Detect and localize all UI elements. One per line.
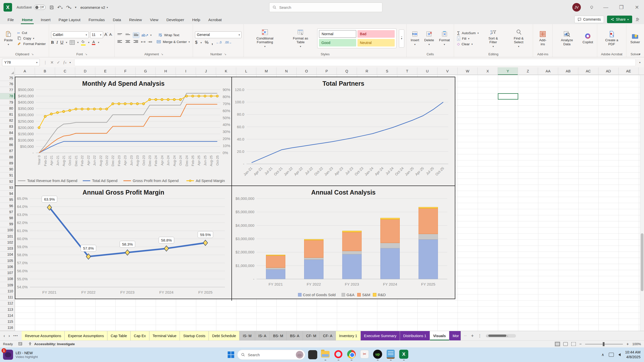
row-header-96[interactable]: 96 <box>0 203 15 209</box>
chart-total-partners[interactable]: Total Partners-20.040.060.080.0100.0120.… <box>232 77 455 186</box>
new-sheet-button[interactable]: + <box>471 333 474 339</box>
sheet-tab-expense-assumptions[interactable]: Expense Assumptions <box>65 331 107 340</box>
delete-cells-button[interactable]: Delete▾ <box>422 30 436 46</box>
row-header-79[interactable]: 79 <box>0 99 15 105</box>
person-add-icon[interactable] <box>635 17 639 22</box>
percent-style-button[interactable]: % <box>205 40 209 45</box>
column-header-F[interactable]: F <box>115 67 136 75</box>
autosum-button[interactable]: ∑AutoSum ▾ <box>456 30 480 35</box>
hscroll-left-icon[interactable]: ‹ <box>487 334 488 337</box>
delete-dropdown-icon[interactable]: ▾ <box>428 43 430 46</box>
sheet-tab-cap-table[interactable]: Cap Table <box>107 331 131 340</box>
merge-dropdown-icon[interactable]: ▾ <box>188 40 190 43</box>
styles-gallery-more-button[interactable]: ▾ <box>399 29 405 48</box>
sort-dropdown-icon[interactable]: ▾ <box>493 45 494 48</box>
copilot-button[interactable]: Copilot <box>580 32 595 45</box>
snipping-tool-icon[interactable]: ✂ <box>359 349 370 359</box>
row-header-89[interactable]: 89 <box>0 160 15 166</box>
decrease-decimal-button[interactable]: .00→ <box>225 41 232 44</box>
active-cell[interactable] <box>498 93 518 100</box>
middle-align-button[interactable] <box>125 33 131 38</box>
orientation-button[interactable]: ab↗ <box>141 33 148 37</box>
row-header-107[interactable]: 107 <box>0 270 15 276</box>
taskbar-search[interactable]: Search <box>237 350 305 360</box>
autosum-dropdown-icon[interactable]: ▾ <box>477 32 479 34</box>
merge-center-button[interactable]: Merge & Center ▾ <box>156 39 191 44</box>
confirm-entry-icon[interactable]: ✓ <box>57 60 60 65</box>
format-painter-button[interactable]: Format Painter <box>16 41 47 46</box>
style-bad[interactable]: Bad <box>357 30 395 38</box>
column-header-Q[interactable]: Q <box>337 67 357 75</box>
redo-dropdown-icon[interactable]: ▾ <box>70 7 71 10</box>
row-header-97[interactable]: 97 <box>0 209 15 215</box>
sheet-tab-visuals[interactable]: Visuals <box>430 331 450 340</box>
row-header-87[interactable]: 87 <box>0 148 15 154</box>
chart-monthly-ad-spend[interactable]: Monthly Ad Spend Analysis-$50,000$100,00… <box>15 77 232 186</box>
analyze-data-button[interactable]: Analyze Data <box>555 30 579 47</box>
row-header-99[interactable]: 99 <box>0 221 15 227</box>
font-color-button[interactable]: A <box>92 40 95 45</box>
grow-font-button[interactable]: Aˆ <box>104 32 108 37</box>
sheet-tab-distributions-1[interactable]: Distributions 1 <box>400 331 430 340</box>
document-title[interactable]: ecommerce v2▾ <box>80 5 108 10</box>
page-layout-view-button[interactable] <box>563 342 568 346</box>
tab-options-icon[interactable]: ⋮ <box>478 333 482 338</box>
vertical-scrollbar[interactable] <box>640 75 644 331</box>
chart-annual-gross-profit-margin[interactable]: Annual Gross Profit Margin54.0%55.0%56.0… <box>15 186 232 301</box>
column-header-AE[interactable]: AE <box>619 67 639 75</box>
row-header-80[interactable]: 80 <box>0 105 15 111</box>
row-header-109[interactable]: 109 <box>0 282 15 288</box>
sheet-tab-cf-a[interactable]: CF- A <box>320 331 336 340</box>
opera-icon[interactable] <box>333 349 343 359</box>
sheet-tab-revenue-assumptions[interactable]: Revenue Assumptions <box>22 331 65 340</box>
column-header-E[interactable]: E <box>95 67 115 75</box>
increase-indent-button[interactable]: ⇥≡ <box>148 40 152 44</box>
fill-color-button[interactable] <box>81 39 86 46</box>
sheet-tab-debt-schedule[interactable]: Debt Schedule <box>209 331 239 340</box>
restore-button[interactable]: ❐ <box>618 4 625 10</box>
customize-qat-icon[interactable]: ▾ <box>75 6 76 9</box>
row-header-111[interactable]: 111 <box>0 294 15 300</box>
column-header-W[interactable]: W <box>458 67 478 75</box>
alignment-launcher-icon[interactable]: ↘ <box>161 53 163 56</box>
column-header-P[interactable]: P <box>317 67 337 75</box>
align-center-button[interactable] <box>125 39 131 44</box>
bottom-align-button[interactable] <box>133 32 139 38</box>
close-button[interactable]: ✕ <box>633 4 640 10</box>
hidden-icons-chevron[interactable]: ∧ <box>601 352 604 357</box>
sheet-tab-inventory-1[interactable]: Inventory 1 <box>336 331 361 340</box>
row-header-98[interactable]: 98 <box>0 215 15 221</box>
font-name-select[interactable]: Calibri▾ <box>51 31 89 38</box>
name-box-splitter[interactable]: ⋮ <box>43 60 47 65</box>
column-header-H[interactable]: H <box>156 67 176 75</box>
ribbon-tab-page-layout[interactable]: Page Layout <box>55 16 85 24</box>
ribbon-tab-data[interactable]: Data <box>109 16 125 24</box>
ribbon-tab-help[interactable]: Help <box>188 16 204 24</box>
accounting-dropdown-icon[interactable]: ▾ <box>200 41 202 44</box>
ribbon-tab-home[interactable]: Home <box>18 16 37 24</box>
fat-dropdown-icon[interactable]: ▾ <box>300 45 301 48</box>
row-header-93[interactable]: 93 <box>0 185 15 191</box>
row-header-110[interactable]: 110 <box>0 288 15 294</box>
row-header-105[interactable]: 105 <box>0 258 15 264</box>
normal-view-button[interactable] <box>555 342 560 346</box>
row-header-86[interactable]: 86 <box>0 142 15 148</box>
fill-dropdown-icon[interactable]: ▾ <box>468 37 469 40</box>
insert-function-icon[interactable]: ƒx <box>63 60 66 65</box>
increase-decimal-button[interactable]: ←.0 <box>216 41 222 44</box>
paste-dropdown-icon[interactable]: ▾ <box>8 43 9 46</box>
style-good[interactable]: Good <box>319 39 356 47</box>
horizontal-scrollbar-thumb[interactable] <box>488 335 506 337</box>
row-header-112[interactable]: 112 <box>0 300 15 306</box>
prev-sheet-icon[interactable]: ‹ <box>4 333 5 338</box>
solver-button[interactable]: Solver <box>628 32 642 45</box>
bold-button[interactable]: B <box>51 40 54 45</box>
hscroll-right-icon[interactable]: › <box>507 334 508 337</box>
column-header-K[interactable]: K <box>216 67 236 75</box>
sheet-tab-bs-a[interactable]: BS- A <box>287 331 303 340</box>
macro-record-icon[interactable] <box>18 342 23 346</box>
format-as-table-button[interactable]: Format as Table▾ <box>287 28 315 49</box>
sheet-tab-startup-costs[interactable]: Startup Costs <box>180 331 209 340</box>
row-header-103[interactable]: 103 <box>0 246 15 252</box>
row-header-92[interactable]: 92 <box>0 178 15 185</box>
